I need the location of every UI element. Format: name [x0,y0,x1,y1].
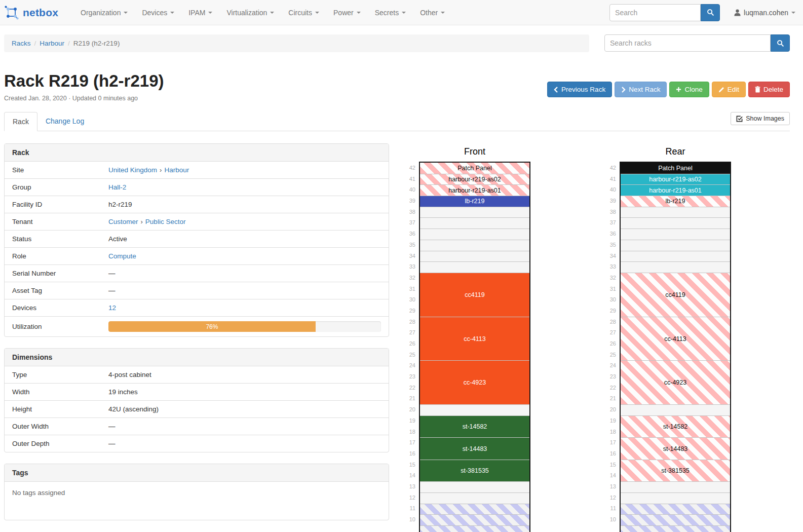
facility-id-value: h2-r219 [108,201,381,208]
unit-number: 41 [606,174,620,185]
previous-rack-button[interactable]: Previous Rack [547,82,612,97]
rack-unit-empty [420,229,529,240]
unit-number: 19 [606,415,620,427]
unit-number: 39 [405,196,419,207]
site-parent-link[interactable]: United Kingdom [108,166,157,174]
device-link[interactable]: harbour-r219-as01 [448,187,501,194]
row-group: Group Hall-2 [5,178,389,196]
role-link[interactable]: Compute [108,252,136,260]
unit-number: 16 [405,448,419,460]
rear-rack: Patch Panelharbour-r219-as02harbour-r219… [620,162,731,532]
rack-reservation [621,525,730,532]
device-link[interactable]: st-14483 [463,445,487,452]
device-link[interactable]: lb-r219 [666,198,685,205]
row-serial-number: Serial Number — [5,264,389,282]
device-link[interactable]: cc-4113 [464,335,486,343]
unit-number: 28 [405,317,419,328]
menu-ipam[interactable]: IPAM [181,9,219,17]
device-link[interactable]: Patch Panel [457,165,491,172]
breadcrumb-racks[interactable]: Racks [12,40,31,47]
rack-unit-empty [420,492,529,504]
next-rack-button[interactable]: Next Rack [615,82,667,97]
slash-separator: / [68,40,70,47]
menu-other[interactable]: Other [413,9,452,17]
device-link[interactable]: lb-r219 [465,198,485,205]
unit-number: 30 [606,294,620,306]
unit-number: 18 [606,427,620,438]
device-link[interactable]: st-14582 [463,423,487,430]
menu-devices[interactable]: Devices [135,9,181,17]
device-link[interactable]: harbour-r219-as02 [649,176,702,183]
front-unit-numbers: 4241403938373635343332313029282726252423… [405,162,419,532]
device-link[interactable]: cc-4923 [464,379,486,386]
device-link[interactable]: cc4119 [665,291,685,298]
rack-unit-empty [621,251,730,262]
device-link[interactable]: st-14483 [663,445,688,452]
utilization-progress: 76% [108,321,381,332]
unit-number: 37 [405,217,419,229]
devices-count-link[interactable]: 12 [108,304,116,312]
device-link[interactable]: cc4119 [465,291,484,298]
rear-elevation-title: Rear [620,146,731,159]
breadcrumb-harbour[interactable]: Harbour [40,40,64,47]
unit-number: 13 [405,481,419,492]
tenant-link[interactable]: Public Sector [145,218,186,225]
rack-device: harbour-r219-as01 [420,184,529,196]
chevron-left-icon [554,87,558,93]
unit-number: 37 [606,217,620,229]
unit-number: 17 [405,437,419,448]
rack-search-button[interactable] [771,34,790,52]
unit-number: 26 [606,338,620,350]
rack-device: lb-r219 [420,196,529,207]
rack-device: st-14582 [420,415,529,437]
username: luqman.cohen [744,9,788,17]
device-link[interactable]: cc-4113 [664,335,686,343]
rack-search-input[interactable] [604,34,771,52]
tab-rack[interactable]: Rack [4,112,37,131]
outer-width-value: — [108,423,381,430]
device-link[interactable]: st-381535 [461,467,489,474]
global-search-button[interactable] [701,4,720,21]
row-devices: Devices 12 [5,299,389,316]
menu-secrets[interactable]: Secrets [368,9,413,17]
rack-unit-empty [621,492,730,504]
unit-number: 16 [606,448,620,460]
clone-button[interactable]: Clone [669,82,709,97]
tab-change-log[interactable]: Change Log [37,112,92,130]
unit-number: 20 [606,404,620,415]
netbox-brand[interactable]: netbox [4,5,58,20]
menu-organization[interactable]: Organization [73,9,135,17]
unit-number: 32 [606,273,620,284]
delete-button[interactable]: Delete [748,82,790,97]
unit-number: 36 [405,229,419,240]
caret-down-icon [441,12,445,14]
unit-number: 12 [405,492,419,504]
device-link[interactable]: harbour-r219-as01 [649,187,702,194]
device-link[interactable]: st-14582 [663,423,688,430]
menu-virtualization[interactable]: Virtualization [219,9,281,17]
unit-number: 28 [606,317,620,328]
menu-circuits[interactable]: Circuits [281,9,326,17]
device-link[interactable]: st-381535 [661,467,690,474]
device-link[interactable]: harbour-r219-as02 [448,176,501,183]
user-menu[interactable]: luqman.cohen [734,9,795,17]
edit-button[interactable]: Edit [712,82,746,97]
rack-reservation [621,514,730,525]
asset-tag-value: — [108,287,381,294]
trash-icon [755,86,760,93]
device-link[interactable]: cc-4923 [664,379,686,386]
rack-unit-empty [420,240,529,251]
tags-panel: Tags No tags assigned [4,464,389,520]
site-link[interactable]: Harbour [164,166,189,174]
tags-panel-title: Tags [5,464,389,482]
unit-number: 23 [405,371,419,383]
unit-number: 21 [606,393,620,404]
menu-power[interactable]: Power [326,9,368,17]
device-link[interactable]: Patch Panel [658,165,692,172]
unit-number: 40 [405,184,419,196]
group-link[interactable]: Hall-2 [108,183,126,191]
global-search-input[interactable] [609,4,701,21]
tenant-group-link[interactable]: Customer [108,218,138,225]
show-images-button[interactable]: Show Images [731,112,790,125]
rack-unit-empty [420,217,529,229]
